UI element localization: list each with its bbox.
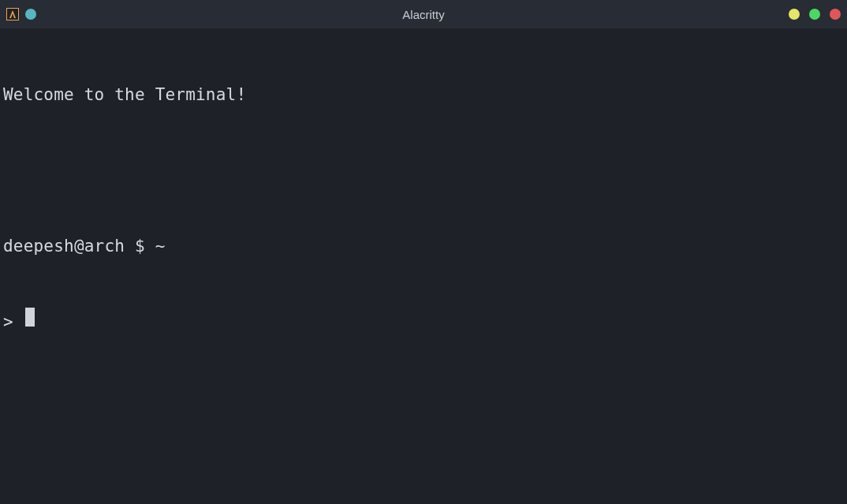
window-title: Alacritty xyxy=(402,8,444,21)
titlebar: Alacritty xyxy=(0,0,847,28)
terminal-body[interactable]: Welcome to the Terminal! deepesh@arch $ … xyxy=(0,28,847,363)
prompt-user: deepesh xyxy=(3,233,74,259)
minimize-button[interactable] xyxy=(789,9,800,20)
prompt-path: ~ xyxy=(155,233,166,259)
primary-prompt-line: deepesh@arch $ ~ xyxy=(3,233,844,259)
welcome-line: Welcome to the Terminal! xyxy=(3,82,844,107)
alacritty-app-icon xyxy=(6,8,19,21)
blank-line xyxy=(3,158,844,183)
secondary-prompt-line: > xyxy=(3,309,844,334)
secondary-prompt: > xyxy=(3,309,24,334)
close-button[interactable] xyxy=(830,9,841,20)
maximize-button[interactable] xyxy=(809,9,820,20)
svg-rect-0 xyxy=(7,9,19,21)
prompt-host: arch xyxy=(84,233,125,259)
cursor-block-icon xyxy=(25,308,35,327)
window-controls xyxy=(789,9,841,20)
status-dot-icon xyxy=(25,9,36,20)
prompt-at: @ xyxy=(74,233,84,259)
titlebar-left xyxy=(6,8,36,21)
prompt-dollar: $ xyxy=(125,233,155,259)
